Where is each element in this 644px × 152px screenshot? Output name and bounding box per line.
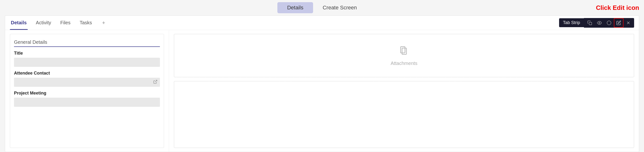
title-field-label: Title (14, 51, 160, 56)
svg-rect-0 (589, 22, 592, 25)
tabs: Details Activity Files Tasks + (10, 16, 107, 30)
tab-activity[interactable]: Activity (35, 16, 52, 30)
project-meeting-field-label: Project Meeting (14, 91, 160, 96)
circle-icon (606, 20, 612, 25)
attachment-icon (398, 45, 410, 58)
svg-point-2 (607, 21, 611, 25)
toolbar-icons (584, 18, 634, 28)
click-edit-hint: Click Edit icon (596, 4, 639, 11)
svg-rect-6 (401, 47, 405, 53)
details-nav-button[interactable]: Details (278, 2, 313, 13)
title-field-group: Title (14, 51, 160, 67)
main-content: Details Activity Files Tasks + Tab Strip (5, 15, 639, 152)
tab-add-button[interactable]: + (100, 19, 107, 27)
top-bar: Details Create Screen Click Edit icon (0, 0, 644, 15)
tab-details[interactable]: Details (10, 16, 28, 30)
attendee-field-input[interactable] (14, 78, 160, 87)
left-panel-inner: Title Attendee Contact (10, 34, 164, 148)
copy-icon-button[interactable] (585, 18, 594, 28)
tab-tasks[interactable]: Tasks (79, 16, 93, 30)
attendee-field-label: Attendee Contact (14, 71, 160, 76)
circle-icon-button[interactable] (604, 18, 614, 28)
eye-icon (597, 20, 602, 25)
nav-buttons: Details Create Screen (278, 2, 366, 13)
tab-files[interactable]: Files (59, 16, 72, 30)
tab-strip-label: Tab Strip (559, 18, 584, 27)
svg-rect-7 (402, 48, 406, 54)
tab-toolbar: Tab Strip (559, 18, 634, 28)
attendee-field-group: Attendee Contact (14, 71, 160, 87)
section-title-input[interactable] (14, 38, 160, 47)
project-meeting-field-input[interactable] (14, 98, 160, 107)
svg-point-1 (599, 22, 600, 23)
attachment-label: Attachments (390, 61, 417, 66)
external-link-icon (153, 79, 158, 85)
left-panel: Title Attendee Contact (5, 30, 169, 152)
eye-icon-button[interactable] (594, 18, 604, 28)
panels-row: Title Attendee Contact (5, 30, 639, 152)
create-screen-nav-button[interactable]: Create Screen (313, 2, 366, 13)
close-icon-button[interactable] (624, 18, 633, 28)
title-field-input[interactable] (14, 58, 160, 67)
edit-icon-button[interactable] (614, 18, 624, 28)
attachment-box: Attachments (174, 34, 634, 77)
right-panel: Attachments (169, 30, 639, 152)
copy-icon (587, 20, 592, 25)
edit-icon (616, 20, 621, 25)
svg-line-5 (155, 80, 157, 82)
close-icon (626, 20, 631, 25)
tab-strip-container: Details Activity Files Tasks + Tab Strip (5, 16, 639, 30)
project-meeting-field-group: Project Meeting (14, 91, 160, 107)
right-panel-bottom-box (174, 81, 634, 148)
